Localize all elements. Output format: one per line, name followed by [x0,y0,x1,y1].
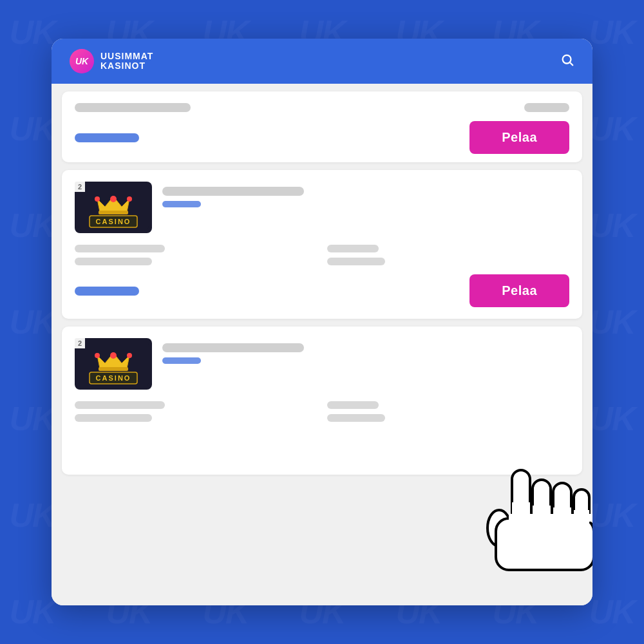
brand-line2: KASINOT [100,61,153,71]
casino-card-1: Pelaa [62,91,582,162]
svg-rect-15 [99,367,128,371]
svg-rect-7 [99,211,128,214]
card-logo-wrapper-3: 2 CASINO [75,338,152,390]
brand-name: UUSIMMAT KASINOT [100,52,153,71]
card-stats [75,245,569,265]
casino-card-2: 2 [62,170,582,319]
card-link-bar [75,287,139,296]
casino-logo-3: CASINO [75,338,152,390]
cursor-hand [464,451,592,592]
pelaa-button-2[interactable]: Pelaa [469,274,569,307]
svg-point-14 [127,353,132,358]
svg-point-12 [110,352,117,359]
svg-text:CASINO: CASINO [96,374,131,382]
svg-line-1 [570,62,573,65]
brand-icon: UK [70,49,94,73]
svg-text:CASINO: CASINO [96,218,131,225]
svg-point-6 [127,196,132,202]
card-info-3 [162,338,569,364]
card-info [162,182,569,207]
svg-point-13 [95,353,100,358]
svg-point-5 [95,196,100,202]
card-footer: Pelaa [75,274,569,307]
svg-rect-28 [509,514,592,522]
card-stats-3 [75,401,569,422]
card-rank: 2 [75,182,85,192]
search-icon[interactable] [560,53,574,70]
svg-point-4 [110,196,117,202]
navbar: UK UUSIMMAT KASINOT [52,39,592,84]
casino-logo: CASINO [75,182,152,233]
pelaa-button-1[interactable]: Pelaa [469,121,569,154]
brand-logo[interactable]: UK UUSIMMAT KASINOT [70,49,153,73]
card-rank-3: 2 [75,338,85,348]
browser-window: UK UUSIMMAT KASINOT Pelaa [52,39,592,605]
brand-line1: UUSIMMAT [100,52,153,61]
card-logo-wrapper: 2 [75,182,152,233]
